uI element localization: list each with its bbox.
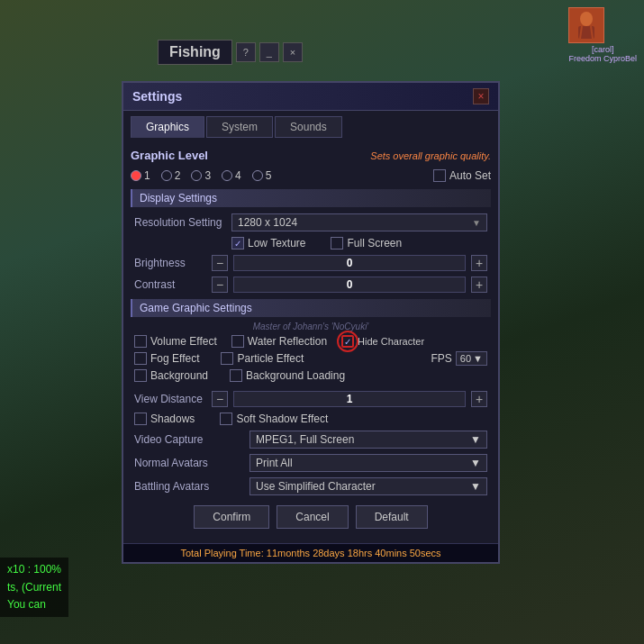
contrast-minus[interactable]: − xyxy=(212,277,228,293)
water-reflection-checkbox xyxy=(231,335,244,348)
radio-2[interactable]: 2 xyxy=(161,169,181,182)
tab-graphics[interactable]: Graphics xyxy=(131,116,204,138)
shadows-checkbox xyxy=(134,413,147,425)
brightness-plus[interactable]: + xyxy=(471,255,487,271)
view-distance-label: View Distance xyxy=(134,393,206,405)
soft-shadow-checkbox xyxy=(220,413,232,425)
tabs-container: Graphics System Sounds xyxy=(123,111,498,138)
contrast-plus[interactable]: + xyxy=(471,277,487,293)
cancel-button[interactable]: Cancel xyxy=(277,505,348,529)
view-distance-plus[interactable]: + xyxy=(471,391,487,407)
resolution-dropdown[interactable]: 1280 x 1024 ▼ xyxy=(231,213,487,231)
default-button[interactable]: Default xyxy=(356,505,428,529)
radio-5[interactable]: 5 xyxy=(252,169,272,182)
radio-1[interactable]: 1 xyxy=(131,169,150,182)
video-capture-arrow: ▼ xyxy=(470,433,481,446)
gg-row-2: Fog Effect Particle Effect FPS 60 ▼ xyxy=(134,351,487,366)
radio-3[interactable]: 3 xyxy=(191,169,211,182)
soft-shadow-item[interactable]: Soft Shadow Effect xyxy=(220,413,328,425)
view-distance-row: View Distance − 1 + xyxy=(131,388,491,410)
background-loading-item[interactable]: Background Loading xyxy=(230,369,345,382)
status-bar: Total Playing Time: 11months 28days 18hr… xyxy=(123,543,498,562)
gg-row-3: Background Background Loading xyxy=(134,369,487,382)
background-label: Background xyxy=(150,369,208,382)
auto-set-label: Auto Set xyxy=(449,169,491,182)
radio-label-1: 1 xyxy=(144,169,150,182)
contrast-track[interactable]: 0 xyxy=(233,277,466,293)
radio-circle-3 xyxy=(191,170,202,181)
settings-close-btn[interactable]: × xyxy=(473,88,489,104)
button-row: Confirm Cancel Default xyxy=(131,498,491,536)
brightness-track[interactable]: 0 xyxy=(233,255,466,271)
battling-avatars-row: Battling Avatars Use Simplified Characte… xyxy=(131,475,491,498)
graphic-level-label: Graphic Level xyxy=(131,149,208,162)
particle-effect-item[interactable]: Particle Effect xyxy=(221,352,304,365)
view-distance-track[interactable]: 1 xyxy=(233,391,466,407)
full-screen-checkbox xyxy=(331,237,343,249)
background-loading-label: Background Loading xyxy=(246,369,345,382)
fps-dropdown[interactable]: 60 ▼ xyxy=(456,351,487,366)
settings-window: Settings × Graphics System Sounds Graphi… xyxy=(122,81,500,564)
hide-character-label: Hide Character xyxy=(358,336,424,347)
shadows-item[interactable]: Shadows xyxy=(134,413,195,425)
volume-effect-checkbox xyxy=(134,335,147,348)
radio-4[interactable]: 4 xyxy=(222,169,241,182)
fishing-help-btn[interactable]: ? xyxy=(236,42,256,62)
bottom-left-line2: ts, (Current xyxy=(7,579,61,596)
tab-sounds[interactable]: Sounds xyxy=(275,116,342,138)
radio-circle-4 xyxy=(222,170,232,181)
normal-avatars-select[interactable]: Print All ▼ xyxy=(249,454,487,472)
confirm-button[interactable]: Confirm xyxy=(194,505,269,529)
tab-system[interactable]: System xyxy=(206,116,273,138)
volume-effect-item[interactable]: Volume Effect xyxy=(134,335,217,348)
settings-titlebar: Settings × xyxy=(123,83,498,111)
particle-effect-checkbox xyxy=(221,352,233,365)
fps-area: FPS 60 ▼ xyxy=(431,351,487,366)
radio-circle-5 xyxy=(252,170,263,181)
brightness-value: 0 xyxy=(347,257,353,269)
fishing-close-btn[interactable]: × xyxy=(283,42,303,62)
fog-effect-item[interactable]: Fog Effect xyxy=(134,352,199,365)
video-capture-row: Video Capture MPEG1, Full Screen ▼ xyxy=(131,428,491,451)
brightness-minus[interactable]: − xyxy=(212,255,228,271)
radio-label-4: 4 xyxy=(235,169,241,182)
graphic-level-header: Graphic Level Sets overall graphic quali… xyxy=(131,145,491,166)
radio-label-5: 5 xyxy=(266,169,272,182)
battling-avatars-value: Use Simplified Character xyxy=(256,480,376,493)
svg-point-0 xyxy=(580,12,593,26)
low-texture-item[interactable]: Low Texture xyxy=(231,237,305,249)
radio-circle-2 xyxy=(161,170,172,181)
background-item[interactable]: Background xyxy=(134,369,208,382)
normal-avatars-arrow: ▼ xyxy=(470,457,481,469)
quality-note: Sets overall graphic quality. xyxy=(370,150,491,161)
avatar-area: [carol]Freedom CyproBel xyxy=(568,7,637,63)
full-screen-label: Full Screen xyxy=(347,237,402,249)
bottom-left-line3: You can xyxy=(7,596,61,613)
low-texture-label: Low Texture xyxy=(248,237,305,249)
background-checkbox xyxy=(134,369,147,382)
fishing-bar: Fishing ? _ × xyxy=(158,40,303,65)
battling-avatars-select[interactable]: Use Simplified Character ▼ xyxy=(249,477,487,495)
background-loading-checkbox xyxy=(230,369,242,382)
shadows-label: Shadows xyxy=(150,413,195,425)
battling-avatars-arrow: ▼ xyxy=(470,480,481,493)
soft-shadow-label: Soft Shadow Effect xyxy=(236,413,328,425)
full-screen-item[interactable]: Full Screen xyxy=(331,237,402,249)
contrast-row: Contrast − 0 + xyxy=(131,274,491,295)
radio-label-2: 2 xyxy=(175,169,181,182)
hide-character-item[interactable]: Hide Character xyxy=(341,335,424,348)
video-capture-select[interactable]: MPEG1, Full Screen ▼ xyxy=(249,431,487,449)
fishing-minimize-btn[interactable]: _ xyxy=(259,42,279,62)
avatar-name: [carol]Freedom CyproBel xyxy=(568,45,637,63)
graphic-level-radios: 1 2 3 4 5 Auto Set xyxy=(131,166,491,186)
resolution-row: Resolution Setting 1280 x 1024 ▼ xyxy=(131,211,491,234)
bottom-left-line1: x10 : 100% xyxy=(7,561,61,578)
texture-row: Low Texture Full Screen xyxy=(131,234,491,252)
resolution-label: Resolution Setting xyxy=(134,216,224,229)
view-distance-minus[interactable]: − xyxy=(212,391,228,407)
auto-set-item[interactable]: Auto Set xyxy=(433,169,491,182)
avatar-icon xyxy=(568,7,604,43)
water-reflection-label: Water Reflection xyxy=(248,335,327,348)
water-reflection-item[interactable]: Water Reflection xyxy=(231,335,327,348)
normal-avatars-value: Print All xyxy=(256,457,293,469)
